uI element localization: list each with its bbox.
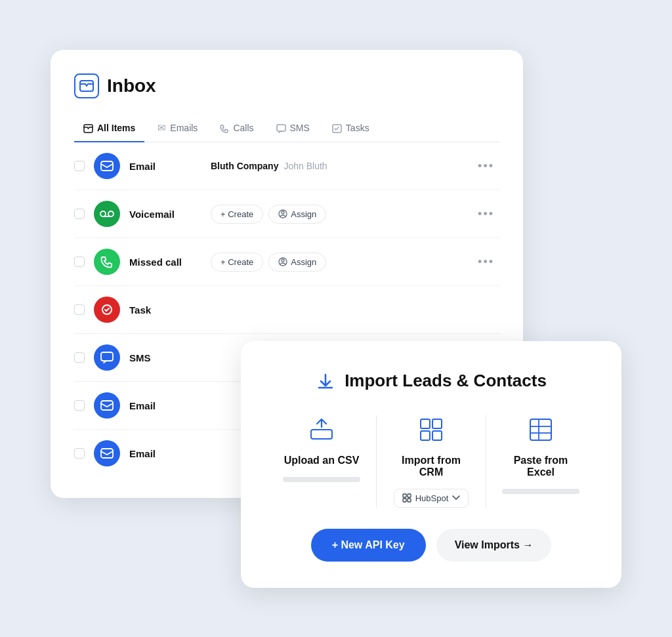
item-type-label: Voicemail	[129, 209, 201, 220]
svg-rect-14	[101, 449, 113, 458]
tab-sms-label: SMS	[290, 123, 310, 133]
svg-point-10	[282, 259, 284, 262]
table-row: Voicemail + Create Assign •••	[74, 190, 499, 238]
svg-rect-21	[408, 494, 411, 497]
upload-csv-label: Upload an CSV	[284, 455, 360, 466]
avatar	[94, 344, 120, 371]
paste-excel-bar	[502, 489, 579, 494]
create-button[interactable]: + Create	[211, 253, 263, 272]
item-meta: Bluth Company John Bluth	[211, 161, 463, 171]
avatar	[94, 249, 120, 275]
sms-tab-icon	[276, 122, 286, 133]
tab-bar: All Items ✉ Emails Calls SMS	[74, 117, 499, 143]
upload-csv-option[interactable]: Upload an CSV	[267, 415, 377, 508]
new-api-key-button[interactable]: + New API Key	[311, 529, 426, 562]
svg-rect-17	[432, 419, 442, 428]
paste-excel-label: Paste from Excel	[502, 455, 579, 478]
assign-label: Assign	[291, 257, 316, 267]
item-type-label: Email	[129, 161, 201, 172]
inbox-header: Inbox	[74, 73, 499, 98]
svg-rect-22	[403, 499, 406, 502]
item-type-label: Missed call	[129, 257, 201, 268]
contact-name: John Bluth	[284, 161, 327, 171]
svg-rect-13	[101, 401, 113, 410]
import-title: Import Leads & Contacts	[345, 371, 547, 391]
item-type-label: SMS	[129, 352, 201, 363]
more-options-button[interactable]: •••	[472, 253, 499, 272]
row-checkbox-7[interactable]	[74, 448, 85, 459]
download-icon	[316, 370, 335, 392]
upload-csv-bar	[283, 477, 360, 482]
action-pills: + Create Assign	[211, 253, 326, 272]
view-imports-button[interactable]: View Imports →	[436, 529, 552, 562]
crm-select-value: HubSpot	[415, 493, 449, 503]
item-type-label: Email	[129, 400, 201, 411]
tasks-tab-icon	[332, 122, 342, 133]
item-type-label: Email	[129, 448, 201, 459]
svg-rect-24	[530, 419, 551, 440]
tab-sms[interactable]: SMS	[267, 117, 319, 142]
svg-rect-20	[403, 494, 406, 497]
svg-rect-15	[311, 430, 332, 439]
svg-rect-19	[432, 431, 442, 440]
table-row: Task	[74, 286, 499, 334]
tab-calls-label: Calls	[233, 123, 253, 133]
table-row: Email Bluth Company John Bluth •••	[74, 142, 499, 190]
import-header: Import Leads & Contacts	[267, 370, 595, 392]
tab-emails[interactable]: ✉ Emails	[148, 117, 207, 143]
more-options-button[interactable]: •••	[472, 157, 499, 176]
paste-excel-option[interactable]: Paste from Excel	[486, 415, 595, 508]
row-checkbox-3[interactable]	[74, 257, 85, 267]
avatar	[94, 201, 120, 227]
calls-tab-icon	[220, 122, 229, 133]
avatar	[94, 297, 120, 323]
svg-rect-4	[101, 161, 113, 171]
company-name: Bluth Company	[211, 161, 278, 171]
row-checkbox-4[interactable]	[74, 304, 85, 315]
email-tab-icon: ✉	[158, 122, 166, 134]
item-type-label: Task	[129, 304, 201, 316]
row-checkbox-2[interactable]	[74, 209, 85, 219]
inbox-tab-icon	[83, 122, 93, 133]
action-pills: + Create Assign	[211, 205, 326, 224]
tab-emails-label: Emails	[170, 123, 198, 133]
svg-rect-18	[421, 431, 430, 440]
upload-icon	[307, 415, 336, 444]
svg-point-6	[108, 211, 114, 216]
import-footer: + New API Key View Imports →	[267, 529, 595, 562]
tab-tasks[interactable]: Tasks	[323, 117, 379, 142]
table-icon	[526, 415, 555, 444]
grid-icon	[417, 415, 446, 444]
import-crm-label: Import from CRM	[392, 455, 470, 478]
row-checkbox-5[interactable]	[74, 352, 85, 363]
svg-rect-2	[277, 125, 285, 131]
assign-button[interactable]: Assign	[268, 205, 326, 224]
svg-point-8	[282, 211, 284, 214]
inbox-icon	[74, 73, 99, 98]
import-card: Import Leads & Contacts Upload an CSV Im…	[241, 341, 621, 588]
tab-all-items[interactable]: All Items	[74, 117, 144, 142]
import-crm-option[interactable]: Import from CRM HubSpot	[377, 415, 486, 508]
assign-button[interactable]: Assign	[268, 253, 326, 272]
inbox-title: Inbox	[107, 75, 156, 96]
avatar	[94, 153, 120, 179]
svg-rect-16	[421, 419, 430, 428]
assign-label: Assign	[291, 209, 316, 219]
scene: Inbox All Items ✉ Emails Calls	[51, 50, 621, 588]
import-options: Upload an CSV Import from CRM HubSpot	[267, 415, 595, 508]
crm-select[interactable]: HubSpot	[394, 489, 469, 508]
tab-calls[interactable]: Calls	[211, 117, 262, 142]
row-checkbox-6[interactable]	[74, 400, 85, 411]
svg-rect-12	[101, 352, 113, 361]
svg-rect-23	[408, 499, 411, 502]
item-meta: + Create Assign	[211, 253, 463, 272]
avatar	[94, 392, 120, 419]
tab-tasks-label: Tasks	[346, 123, 369, 133]
tab-all-items-label: All Items	[97, 123, 135, 133]
svg-point-5	[100, 211, 106, 216]
create-button[interactable]: + Create	[211, 205, 263, 224]
row-checkbox-1[interactable]	[74, 161, 85, 171]
more-options-button[interactable]: •••	[472, 205, 499, 224]
table-row: Missed call + Create Assign •••	[74, 238, 499, 286]
avatar	[94, 440, 120, 466]
